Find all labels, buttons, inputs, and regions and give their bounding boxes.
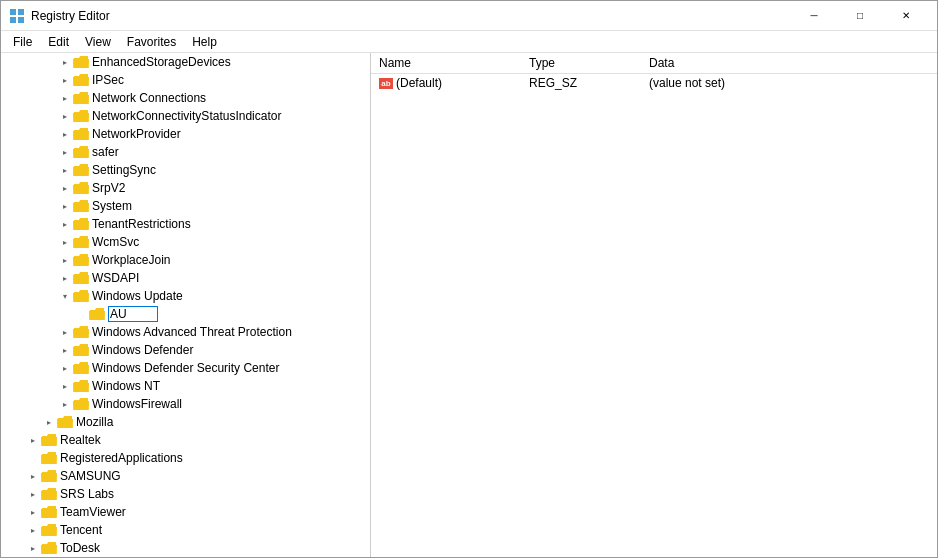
expander-WindowsNT[interactable] <box>57 378 73 394</box>
folder-icon-WindowsFirewall <box>73 397 89 411</box>
folder-icon-NetworkConnections <box>73 91 89 105</box>
col-header-name[interactable]: Name <box>371 53 521 74</box>
item-label-Realtek: Realtek <box>60 433 101 447</box>
expander-WindowsUpdate[interactable] <box>57 288 73 304</box>
menu-edit[interactable]: Edit <box>40 33 77 51</box>
expander-WcmSvc[interactable] <box>57 234 73 250</box>
item-label-TeamViewer: TeamViewer <box>60 505 126 519</box>
table-row[interactable]: ab(Default)REG_SZ(value not set) <box>371 74 937 93</box>
folder-icon-WindowsUpdate <box>73 289 89 303</box>
registry-tree-pane[interactable]: EnhancedStorageDevices IPSec Network Con… <box>1 53 371 557</box>
tree-item-TenantRestrictions[interactable]: TenantRestrictions <box>1 215 370 233</box>
expander-NetworkConnectivityStatusIndicator[interactable] <box>57 108 73 124</box>
expander-NetworkProvider[interactable] <box>57 126 73 142</box>
menu-help[interactable]: Help <box>184 33 225 51</box>
title-bar: Registry Editor ─ □ ✕ <box>1 1 937 31</box>
expander-SAMSUNG[interactable] <box>25 468 41 484</box>
folder-icon-SAMSUNG <box>41 469 57 483</box>
expander-NetworkConnections[interactable] <box>57 90 73 106</box>
expander-EnhancedStorageDevices[interactable] <box>57 54 73 70</box>
tree-item-NetworkConnectivityStatusIndicator[interactable]: NetworkConnectivityStatusIndicator <box>1 107 370 125</box>
folder-icon-Realtek <box>41 433 57 447</box>
menu-favorites[interactable]: Favorites <box>119 33 184 51</box>
menu-file[interactable]: File <box>5 33 40 51</box>
expander-safer[interactable] <box>57 144 73 160</box>
tree-item-IPSec[interactable]: IPSec <box>1 71 370 89</box>
tree-item-ToDesk[interactable]: ToDesk <box>1 539 370 557</box>
item-label-WcmSvc: WcmSvc <box>92 235 139 249</box>
tree-item-TeamViewer[interactable]: TeamViewer <box>1 503 370 521</box>
close-button[interactable]: ✕ <box>883 1 929 31</box>
folder-icon-NetworkConnectivityStatusIndicator <box>73 109 89 123</box>
expander-ToDesk[interactable] <box>25 540 41 556</box>
folder-icon-System <box>73 199 89 213</box>
tree-item-WindowsDefenderSecurityCenter[interactable]: Windows Defender Security Center <box>1 359 370 377</box>
tree-item-safer[interactable]: safer <box>1 143 370 161</box>
tree-item-SRSLabs[interactable]: SRS Labs <box>1 485 370 503</box>
col-header-type[interactable]: Type <box>521 53 641 74</box>
expander-WSDAPI[interactable] <box>57 270 73 286</box>
folder-icon-WindowsDefender <box>73 343 89 357</box>
item-label-NetworkConnectivityStatusIndicator: NetworkConnectivityStatusIndicator <box>92 109 281 123</box>
expander-WindowsAdvancedThreatProtection[interactable] <box>57 324 73 340</box>
expander-RegisteredApplications[interactable] <box>25 450 41 466</box>
tree-item-WSDAPI[interactable]: WSDAPI <box>1 269 370 287</box>
tree-item-EnhancedStorageDevices[interactable]: EnhancedStorageDevices <box>1 53 370 71</box>
tree-item-WindowsUpdate[interactable]: Windows Update <box>1 287 370 305</box>
folder-icon-NetworkProvider <box>73 127 89 141</box>
tree-item-Realtek[interactable]: Realtek <box>1 431 370 449</box>
tree-item-Mozilla[interactable]: Mozilla <box>1 413 370 431</box>
item-label-NetworkProvider: NetworkProvider <box>92 127 181 141</box>
minimize-button[interactable]: ─ <box>791 1 837 31</box>
expander-Realtek[interactable] <box>25 432 41 448</box>
tree-item-WindowsAdvancedThreatProtection[interactable]: Windows Advanced Threat Protection <box>1 323 370 341</box>
expander-SRSLabs[interactable] <box>25 486 41 502</box>
expander-TeamViewer[interactable] <box>25 504 41 520</box>
item-label-RegisteredApplications: RegisteredApplications <box>60 451 183 465</box>
tree-item-SrpV2[interactable]: SrpV2 <box>1 179 370 197</box>
expander-TenantRestrictions[interactable] <box>57 216 73 232</box>
tree-item-WorkplaceJoin[interactable]: WorkplaceJoin <box>1 251 370 269</box>
reg-data-cell: (value not set) <box>641 74 937 93</box>
expander-System[interactable] <box>57 198 73 214</box>
folder-icon-WSDAPI <box>73 271 89 285</box>
registry-table: Name Type Data ab(Default)REG_SZ(value n… <box>371 53 937 92</box>
maximize-button[interactable]: □ <box>837 1 883 31</box>
tree-item-Tencent[interactable]: Tencent <box>1 521 370 539</box>
inline-edit-AU[interactable] <box>108 306 158 322</box>
expander-IPSec[interactable] <box>57 72 73 88</box>
registry-editor-window: Registry Editor ─ □ ✕ File Edit View Fav… <box>0 0 938 558</box>
svg-rect-3 <box>18 17 24 23</box>
tree-item-NetworkConnections[interactable]: Network Connections <box>1 89 370 107</box>
expander-WindowsDefenderSecurityCenter[interactable] <box>57 360 73 376</box>
item-label-SrpV2: SrpV2 <box>92 181 125 195</box>
menu-view[interactable]: View <box>77 33 119 51</box>
expander-Mozilla[interactable] <box>41 414 57 430</box>
expander-WindowsDefender[interactable] <box>57 342 73 358</box>
svg-rect-0 <box>10 9 16 15</box>
item-label-WSDAPI: WSDAPI <box>92 271 139 285</box>
tree-item-WindowsDefender[interactable]: Windows Defender <box>1 341 370 359</box>
expander-SrpV2[interactable] <box>57 180 73 196</box>
tree-item-AU[interactable] <box>1 305 370 323</box>
expander-WorkplaceJoin[interactable] <box>57 252 73 268</box>
tree-item-RegisteredApplications[interactable]: RegisteredApplications <box>1 449 370 467</box>
tree-item-NetworkProvider[interactable]: NetworkProvider <box>1 125 370 143</box>
col-header-data[interactable]: Data <box>641 53 937 74</box>
tree-item-SAMSUNG[interactable]: SAMSUNG <box>1 467 370 485</box>
expander-AU[interactable] <box>73 306 89 322</box>
folder-icon-RegisteredApplications <box>41 451 57 465</box>
tree-item-SettingSync[interactable]: SettingSync <box>1 161 370 179</box>
tree-item-System[interactable]: System <box>1 197 370 215</box>
expander-SettingSync[interactable] <box>57 162 73 178</box>
item-label-ToDesk: ToDesk <box>60 541 100 555</box>
tree-item-WindowsNT[interactable]: Windows NT <box>1 377 370 395</box>
expander-WindowsFirewall[interactable] <box>57 396 73 412</box>
tree-item-WcmSvc[interactable]: WcmSvc <box>1 233 370 251</box>
tree-item-WindowsFirewall[interactable]: WindowsFirewall <box>1 395 370 413</box>
reg-type-cell: REG_SZ <box>521 74 641 93</box>
item-label-SRSLabs: SRS Labs <box>60 487 114 501</box>
folder-icon-ToDesk <box>41 541 57 555</box>
expander-Tencent[interactable] <box>25 522 41 538</box>
window-title: Registry Editor <box>31 9 791 23</box>
